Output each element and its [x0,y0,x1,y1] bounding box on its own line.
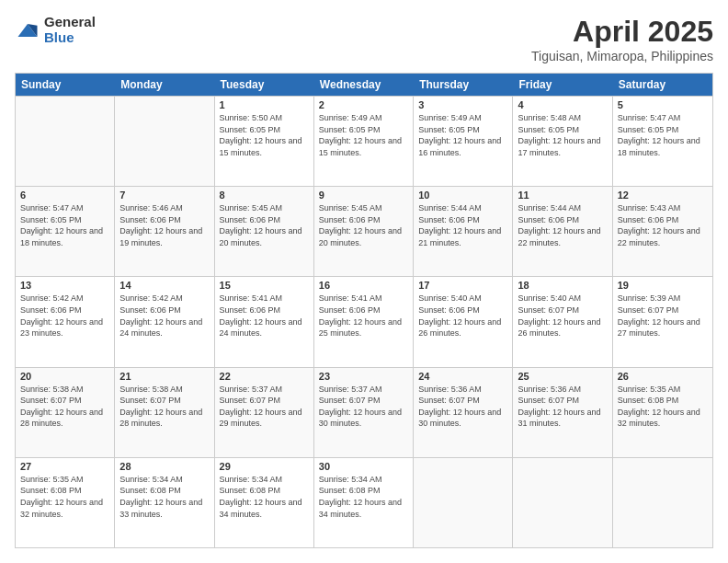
calendar-body: 1Sunrise: 5:50 AMSunset: 6:05 PMDaylight… [16,96,712,547]
calendar-day-10: 10Sunrise: 5:44 AMSunset: 6:06 PMDayligh… [414,187,513,276]
cell-info: Sunrise: 5:39 AMSunset: 6:07 PMDaylight:… [618,293,708,339]
cell-info: Sunrise: 5:46 AMSunset: 6:06 PMDaylight:… [119,202,209,248]
cell-info: Sunrise: 5:45 AMSunset: 6:06 PMDaylight:… [220,202,309,248]
calendar-day-11: 11Sunrise: 5:44 AMSunset: 6:06 PMDayligh… [513,187,612,276]
calendar-day-3: 3Sunrise: 5:49 AMSunset: 6:05 PMDaylight… [414,97,513,186]
day-number: 15 [220,280,309,291]
logo: General Blue [15,15,96,45]
header-day-friday: Friday [513,74,612,96]
calendar-week-3: 13Sunrise: 5:42 AMSunset: 6:06 PMDayligh… [16,276,712,366]
calendar-day-29: 29Sunrise: 5:34 AMSunset: 6:08 PMDayligh… [215,458,314,547]
cell-info: Sunrise: 5:40 AMSunset: 6:07 PMDaylight:… [518,293,607,339]
calendar-day-19: 19Sunrise: 5:39 AMSunset: 6:07 PMDayligh… [613,277,712,366]
cell-info: Sunrise: 5:47 AMSunset: 6:05 PMDaylight:… [618,112,708,158]
cell-info: Sunrise: 5:47 AMSunset: 6:05 PMDaylight:… [20,202,109,248]
calendar-week-5: 27Sunrise: 5:35 AMSunset: 6:08 PMDayligh… [16,457,712,547]
calendar-day-22: 22Sunrise: 5:37 AMSunset: 6:07 PMDayligh… [215,368,314,457]
cell-info: Sunrise: 5:38 AMSunset: 6:07 PMDaylight:… [20,384,109,430]
day-number: 10 [418,190,507,201]
header-day-monday: Monday [115,74,214,96]
calendar-empty-cell [613,458,712,547]
cell-info: Sunrise: 5:34 AMSunset: 6:08 PMDaylight:… [119,474,209,520]
day-number: 7 [119,190,209,201]
calendar-day-24: 24Sunrise: 5:36 AMSunset: 6:07 PMDayligh… [414,368,513,457]
cell-info: Sunrise: 5:49 AMSunset: 6:05 PMDaylight:… [418,112,507,158]
location: Tiguisan, Mimaropa, Philippines [531,49,713,63]
header: General Blue April 2025 Tiguisan, Mimaro… [15,15,713,63]
day-number: 17 [418,280,507,291]
title-area: April 2025 Tiguisan, Mimaropa, Philippin… [531,15,713,63]
calendar-day-7: 7Sunrise: 5:46 AMSunset: 6:06 PMDaylight… [115,187,214,276]
day-number: 11 [518,190,607,201]
calendar-day-25: 25Sunrise: 5:36 AMSunset: 6:07 PMDayligh… [513,368,612,457]
day-number: 9 [319,190,408,201]
cell-info: Sunrise: 5:38 AMSunset: 6:07 PMDaylight:… [119,384,209,430]
day-number: 16 [319,280,408,291]
calendar-day-17: 17Sunrise: 5:40 AMSunset: 6:06 PMDayligh… [414,277,513,366]
calendar-day-1: 1Sunrise: 5:50 AMSunset: 6:05 PMDaylight… [215,97,314,186]
day-number: 20 [20,371,109,382]
day-number: 21 [119,371,209,382]
cell-info: Sunrise: 5:42 AMSunset: 6:06 PMDaylight:… [119,293,209,339]
day-number: 12 [618,190,708,201]
day-number: 8 [220,190,309,201]
month-title: April 2025 [531,15,713,49]
header-day-thursday: Thursday [414,74,513,96]
calendar-header: SundayMondayTuesdayWednesdayThursdayFrid… [16,74,712,96]
cell-info: Sunrise: 5:44 AMSunset: 6:06 PMDaylight:… [418,202,507,248]
cell-info: Sunrise: 5:36 AMSunset: 6:07 PMDaylight:… [418,384,507,430]
calendar-day-16: 16Sunrise: 5:41 AMSunset: 6:06 PMDayligh… [314,277,414,366]
day-number: 5 [618,99,708,110]
day-number: 1 [220,99,309,110]
day-number: 26 [618,371,708,382]
day-number: 13 [20,280,109,291]
day-number: 18 [518,280,607,291]
cell-info: Sunrise: 5:34 AMSunset: 6:08 PMDaylight:… [220,474,309,520]
day-number: 25 [518,371,607,382]
header-day-saturday: Saturday [613,74,712,96]
calendar-empty-cell [513,458,612,547]
cell-info: Sunrise: 5:42 AMSunset: 6:06 PMDaylight:… [20,293,109,339]
day-number: 22 [220,371,309,382]
cell-info: Sunrise: 5:35 AMSunset: 6:08 PMDaylight:… [618,384,708,430]
cell-info: Sunrise: 5:41 AMSunset: 6:06 PMDaylight:… [220,293,309,339]
cell-info: Sunrise: 5:43 AMSunset: 6:06 PMDaylight:… [618,202,708,248]
calendar-week-2: 6Sunrise: 5:47 AMSunset: 6:05 PMDaylight… [16,186,712,276]
calendar-day-18: 18Sunrise: 5:40 AMSunset: 6:07 PMDayligh… [513,277,612,366]
logo-text: General Blue [44,15,96,45]
calendar-day-9: 9Sunrise: 5:45 AMSunset: 6:06 PMDaylight… [314,187,414,276]
cell-info: Sunrise: 5:50 AMSunset: 6:05 PMDaylight:… [220,112,309,158]
day-number: 23 [319,371,408,382]
calendar-day-8: 8Sunrise: 5:45 AMSunset: 6:06 PMDaylight… [215,187,314,276]
day-number: 3 [418,99,507,110]
cell-info: Sunrise: 5:37 AMSunset: 6:07 PMDaylight:… [220,384,309,430]
calendar: SundayMondayTuesdayWednesdayThursdayFrid… [15,73,713,548]
calendar-day-6: 6Sunrise: 5:47 AMSunset: 6:05 PMDaylight… [16,187,115,276]
calendar-day-2: 2Sunrise: 5:49 AMSunset: 6:05 PMDaylight… [314,97,414,186]
header-day-tuesday: Tuesday [215,74,314,96]
cell-info: Sunrise: 5:44 AMSunset: 6:06 PMDaylight:… [518,202,607,248]
logo-general-text: General [44,15,96,30]
logo-blue-text: Blue [44,30,96,46]
cell-info: Sunrise: 5:40 AMSunset: 6:06 PMDaylight:… [418,293,507,339]
calendar-week-1: 1Sunrise: 5:50 AMSunset: 6:05 PMDaylight… [16,96,712,186]
day-number: 27 [20,461,109,472]
day-number: 30 [319,461,408,472]
cell-info: Sunrise: 5:48 AMSunset: 6:05 PMDaylight:… [518,112,607,158]
cell-info: Sunrise: 5:36 AMSunset: 6:07 PMDaylight:… [518,384,607,430]
calendar-day-15: 15Sunrise: 5:41 AMSunset: 6:06 PMDayligh… [215,277,314,366]
calendar-day-26: 26Sunrise: 5:35 AMSunset: 6:08 PMDayligh… [613,368,712,457]
calendar-day-4: 4Sunrise: 5:48 AMSunset: 6:05 PMDaylight… [513,97,612,186]
day-number: 14 [119,280,209,291]
cell-info: Sunrise: 5:45 AMSunset: 6:06 PMDaylight:… [319,202,408,248]
calendar-empty-cell [115,97,214,186]
day-number: 24 [418,371,507,382]
cell-info: Sunrise: 5:37 AMSunset: 6:07 PMDaylight:… [319,384,408,430]
calendar-empty-cell [414,458,513,547]
calendar-day-12: 12Sunrise: 5:43 AMSunset: 6:06 PMDayligh… [613,187,712,276]
calendar-day-13: 13Sunrise: 5:42 AMSunset: 6:06 PMDayligh… [16,277,115,366]
day-number: 2 [319,99,408,110]
day-number: 4 [518,99,607,110]
page: General Blue April 2025 Tiguisan, Mimaro… [0,0,728,563]
logo-icon [15,17,40,43]
